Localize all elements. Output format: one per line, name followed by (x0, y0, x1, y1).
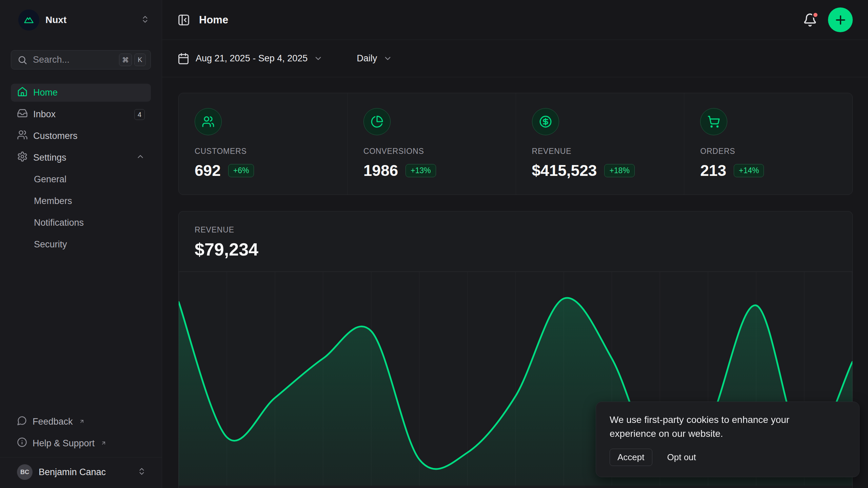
stat-label: CONVERSIONS (363, 147, 516, 156)
revenue-label: REVENUE (195, 225, 836, 235)
sidebar: Nuxt Search... ⌘ K Home (0, 0, 162, 488)
workspace-selector[interactable]: Nuxt (11, 0, 151, 40)
arrow-up-right-icon (79, 416, 85, 427)
notifications-button[interactable] (803, 13, 817, 27)
sidebar-item-label: Customers (33, 131, 78, 141)
help-support-link[interactable]: Help & Support (11, 434, 151, 452)
page-title: Home (199, 14, 803, 26)
nuxt-logo-icon (18, 9, 39, 30)
cookie-actions: Accept Opt out (610, 449, 846, 466)
feedback-link[interactable]: Feedback (11, 413, 151, 431)
stat-value: 213 (700, 161, 726, 180)
chat-bubble-icon (17, 415, 27, 428)
date-range-picker[interactable]: Aug 21, 2025 - Sep 4, 2025 (177, 53, 323, 65)
sidebar-item-label: Inbox (33, 109, 56, 120)
add-button[interactable] (828, 7, 853, 32)
panel-left-close-icon[interactable] (177, 14, 190, 26)
chevron-up-icon (136, 152, 145, 163)
sidebar-item-customers[interactable]: Customers (11, 127, 151, 145)
sidebar-nav: Home Inbox 4 Customers Settings (11, 84, 151, 253)
avatar: BC (17, 464, 33, 480)
stat-card-customers[interactable]: CUSTOMERS 692 +6% (179, 93, 347, 195)
sidebar-item-label: Home (33, 87, 58, 98)
sidebar-item-label: Settings (33, 152, 66, 163)
cookie-banner: We use first-party cookies to enhance yo… (596, 402, 860, 477)
sidebar-subitem-members[interactable]: Members (11, 192, 151, 210)
search-icon (17, 55, 27, 65)
calendar-icon (177, 53, 190, 65)
stat-delta-badge: +14% (734, 164, 764, 177)
stat-value: $415,523 (532, 161, 597, 180)
sidebar-subitem-notifications[interactable]: Notifications (11, 214, 151, 232)
subitem-label: Notifications (34, 218, 84, 228)
stat-card-orders[interactable]: ORDERS 213 +14% (684, 93, 852, 195)
stat-delta-badge: +6% (228, 164, 254, 177)
notification-dot (812, 12, 819, 18)
filters-toolbar: Aug 21, 2025 - Sep 4, 2025 Daily (162, 40, 868, 77)
date-range-value: Aug 21, 2025 - Sep 4, 2025 (196, 53, 308, 64)
help-support-label: Help & Support (33, 438, 95, 449)
accept-button[interactable]: Accept (610, 449, 652, 466)
user-name: Benjamin Canac (39, 467, 131, 477)
sidebar-subitem-security[interactable]: Security (11, 236, 151, 253)
revenue-panel-header: REVENUE $79,234 (179, 211, 852, 260)
inbox-icon (17, 108, 28, 121)
feedback-label: Feedback (33, 416, 73, 427)
users-icon (195, 108, 222, 135)
stats-row: CUSTOMERS 692 +6% CONVERSIONS 1986 +13% (178, 93, 853, 195)
chevron-down-icon (383, 54, 392, 63)
revenue-value: $79,234 (195, 239, 836, 260)
stat-delta-badge: +18% (604, 164, 634, 177)
kbd-cmd: ⌘ (119, 54, 132, 66)
period-value: Daily (357, 53, 377, 64)
workspace-name: Nuxt (45, 15, 135, 25)
inbox-count-badge: 4 (134, 109, 145, 120)
house-icon (17, 86, 28, 99)
page-header: Home (162, 0, 868, 40)
sidebar-item-settings[interactable]: Settings (11, 149, 151, 167)
opt-out-button[interactable]: Opt out (667, 452, 696, 463)
stat-card-revenue[interactable]: REVENUE $415,523 +18% (516, 93, 684, 195)
subitem-label: General (34, 174, 66, 185)
chevron-down-icon (314, 54, 323, 63)
plus-icon (834, 13, 847, 27)
stat-label: ORDERS (700, 147, 852, 156)
chevrons-up-down-icon (141, 15, 150, 25)
sidebar-subitem-general[interactable]: General (11, 170, 151, 188)
sidebar-item-home[interactable]: Home (11, 84, 151, 102)
subitem-label: Members (34, 196, 72, 206)
circle-dollar-icon (532, 108, 559, 135)
chevrons-up-down-icon (137, 467, 146, 477)
stat-value: 1986 (363, 161, 398, 180)
sidebar-footer: Feedback Help & Support BC Benjamin Cana… (11, 413, 151, 488)
stat-label: CUSTOMERS (195, 147, 347, 156)
search-placeholder: Search... (33, 55, 114, 65)
user-menu[interactable]: BC Benjamin Canac (11, 458, 151, 488)
kbd-k: K (134, 54, 146, 66)
search-kbd-shortcut: ⌘ K (119, 54, 146, 66)
subitem-label: Security (34, 239, 67, 250)
arrow-up-right-icon (101, 438, 106, 448)
pie-chart-icon (363, 108, 391, 135)
shopping-cart-icon (700, 108, 727, 135)
gear-icon (17, 151, 28, 164)
stat-card-conversions[interactable]: CONVERSIONS 1986 +13% (347, 93, 516, 195)
search-input[interactable]: Search... ⌘ K (11, 50, 151, 69)
period-select[interactable]: Daily (357, 53, 392, 64)
stat-value: 692 (195, 161, 221, 180)
users-icon (17, 129, 28, 143)
stat-label: REVENUE (532, 147, 684, 156)
stat-delta-badge: +13% (406, 164, 436, 177)
cookie-message: We use first-party cookies to enhance yo… (610, 413, 810, 441)
info-circle-icon (17, 437, 27, 450)
sidebar-item-inbox[interactable]: Inbox 4 (11, 105, 151, 123)
